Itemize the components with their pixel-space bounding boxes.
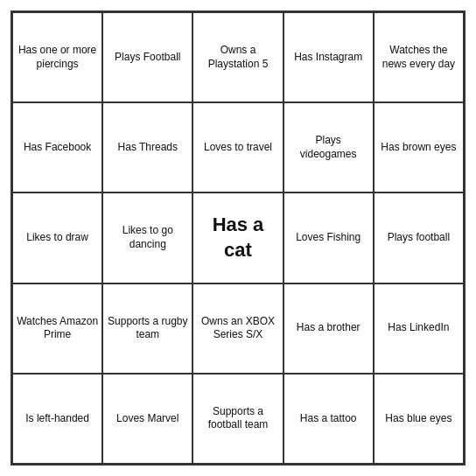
bingo-cell-r2c2: Has a cat (192, 192, 283, 283)
bingo-cell-r0c3: Has Instagram (284, 12, 374, 102)
bingo-cell-r1c0: Has Facebook (12, 102, 102, 192)
bingo-cell-r3c3: Has a brother (284, 284, 374, 374)
bingo-cell-r4c1: Loves Marvel (102, 374, 192, 464)
bingo-cell-r2c1: Likes to go dancing (102, 192, 192, 283)
bingo-cell-r4c3: Has a tattoo (284, 374, 374, 464)
bingo-cell-r1c1: Has Threads (102, 102, 192, 192)
bingo-cell-r1c3: Plays videogames (284, 102, 374, 192)
bingo-cell-r1c4: Has brown eyes (374, 102, 464, 192)
bingo-cell-r1c2: Loves to travel (192, 102, 283, 192)
bingo-cell-r0c4: Watches the news every day (374, 12, 464, 102)
bingo-cell-r3c1: Supports a rugby team (102, 284, 192, 374)
bingo-cell-r4c2: Supports a football team (192, 374, 283, 464)
bingo-cell-r2c4: Plays football (374, 192, 464, 283)
bingo-cell-r4c4: Has blue eyes (374, 374, 464, 464)
bingo-grid: Has one or more piercingsPlays FootballO… (10, 10, 466, 466)
bingo-cell-r0c2: Owns a Playstation 5 (192, 12, 283, 102)
bingo-cell-r3c4: Has LinkedIn (374, 284, 464, 374)
bingo-cell-r2c0: Likes to draw (12, 192, 102, 283)
bingo-cell-r3c2: Owns an XBOX Series S/X (192, 284, 283, 374)
bingo-cell-r0c0: Has one or more piercings (12, 12, 102, 102)
bingo-cell-r3c0: Watches Amazon Prime (12, 284, 102, 374)
bingo-cell-r2c3: Loves Fishing (284, 192, 374, 283)
bingo-cell-r4c0: Is left-handed (12, 374, 102, 464)
bingo-cell-r0c1: Plays Football (102, 12, 192, 102)
